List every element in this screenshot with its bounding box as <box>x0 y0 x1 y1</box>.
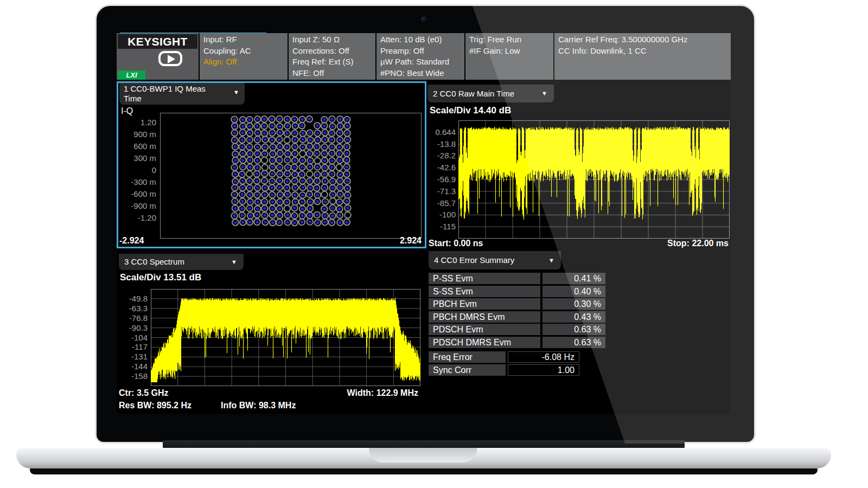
error-row-value: 1.00 <box>508 364 579 376</box>
error-row-label: Sync Corr <box>429 364 506 376</box>
iq-axis-label: I-Q <box>121 106 133 116</box>
error-row-label: PBCH DMRS Evm <box>429 311 540 323</box>
error-row-label: PDSCH DMRS Evm <box>429 337 540 348</box>
y-tick-label: -158 <box>117 371 148 382</box>
dropdown-arrow-icon[interactable]: ▼ <box>541 85 547 102</box>
iq-x-max-label: 2.924 <box>400 236 422 246</box>
window-3-title-dropdown[interactable]: 3 CC0 Spectrum ▼ <box>119 254 244 270</box>
header-setting-text: #PNO: Best Wide <box>376 68 464 79</box>
spectrum-infobw-label: Info BW: 98.3 MHz <box>221 401 296 410</box>
dropdown-arrow-icon[interactable]: ▼ <box>548 251 554 269</box>
y-tick-label: -1.20 <box>118 213 156 223</box>
header-setting-text: Trig: Free Run <box>465 34 553 46</box>
window-iq-meas-time[interactable]: 1 CC0-BWP1 IQ Meas Time ▼ I-Q -2.924 2.9… <box>117 81 426 248</box>
header-setting-text: Corrections: Off <box>289 46 375 57</box>
window-1-title-line1: 1 CC0-BWP1 IQ Meas <box>124 84 240 94</box>
error-row-value: 0.63 % <box>542 337 605 348</box>
y-tick-label: -100 <box>426 209 456 220</box>
dropdown-arrow-icon[interactable]: ▼ <box>231 254 237 270</box>
error-row-value: 0.63 % <box>542 324 605 335</box>
header-setting-text: µW Path: Standard <box>376 56 464 68</box>
keysight-logo: KEYSIGHT <box>118 34 197 49</box>
spectrum-plot[interactable] <box>151 289 420 386</box>
error-row-value: 0.41 % <box>542 273 605 284</box>
screen-annotation-icon <box>158 50 183 68</box>
spectrum-width-label: Width: 122.9 MHz <box>347 388 418 398</box>
y-tick-label: -115 <box>426 221 456 232</box>
error-row-value: -6.08 Hz <box>508 351 579 363</box>
y-tick-label: -42.6 <box>426 162 456 173</box>
y-tick-label: 600 m <box>118 141 156 152</box>
header-setting-text: Preamp: Off <box>376 46 464 57</box>
page: KEYSIGHT LXI Input: RFCoupling: ACAlign:… <box>0 0 868 488</box>
header-setting-text: CC Info: Downlink, 1 CC <box>554 46 731 57</box>
header-setting-text: Align: Off <box>200 56 288 68</box>
error-row-value: 0.30 % <box>542 298 605 310</box>
y-tick-label: 1.20 <box>118 117 156 128</box>
window-1-title-dropdown[interactable]: 1 CC0-BWP1 IQ Meas Time ▼ <box>119 83 245 105</box>
header-logo-column: KEYSIGHT LXI <box>117 33 199 80</box>
error-row-label: Freq Error <box>429 351 506 363</box>
y-tick-label: -13.8 <box>426 139 456 150</box>
laptop-lid-notch <box>369 448 477 463</box>
window-spectrum[interactable]: 3 CC0 Spectrum ▼ Scale/Div 13.51 dB Ctr:… <box>117 248 425 414</box>
iq-constellation-plot[interactable] <box>160 113 422 239</box>
y-tick-label: -56.9 <box>426 174 456 185</box>
header-setting-text: Carrier Ref Freq: 3.500000000 GHz <box>554 34 731 46</box>
analyzer-screen: KEYSIGHT LXI Input: RFCoupling: ACAlign:… <box>117 33 731 414</box>
y-tick-label: 900 m <box>118 129 156 140</box>
header-setting-text: Freq Ref: Ext (S) <box>289 56 375 68</box>
window-4-title: 4 CC0 Error Summary <box>434 255 514 265</box>
webcam-icon <box>422 17 426 22</box>
error-row-value: 0.43 % <box>542 311 605 323</box>
settings-header-bar: KEYSIGHT LXI Input: RFCoupling: ACAlign:… <box>117 33 731 80</box>
y-tick-label: -85.7 <box>426 198 456 209</box>
y-tick-label: -300 m <box>118 177 156 188</box>
y-tick-label: -900 m <box>118 201 156 211</box>
error-row-label: S-SS Evm <box>429 286 540 297</box>
window-2-title-dropdown[interactable]: 2 CC0 Raw Main Time ▼ <box>427 85 554 102</box>
dropdown-arrow-icon[interactable]: ▼ <box>233 87 239 97</box>
header-column: Trig: Free Run#IF Gain: Low <box>465 33 553 80</box>
error-row-label: PDSCH Evm <box>429 324 540 335</box>
window-error-summary[interactable]: 4 CC0 Error Summary ▼ P-SS Evm0.41 %S-SS… <box>426 248 731 414</box>
header-column: Atten: 10 dB (e0)Preamp: OffµW Path: Sta… <box>376 33 464 80</box>
iq-x-min-label: -2.924 <box>119 236 144 246</box>
y-tick-label: 0 <box>118 165 156 176</box>
header-column: Input: RFCoupling: ACAlign: Off <box>200 33 288 80</box>
spectrum-scale-per-div: Scale/Div 13.51 dB <box>120 272 201 283</box>
lxi-badge: LXI <box>118 70 145 80</box>
spectrum-center-label: Ctr: 3.5 GHz <box>119 388 169 398</box>
window-3-title: 3 CC0 Spectrum <box>124 257 184 266</box>
window-1-title-line2: Time <box>124 94 240 104</box>
header-column: Carrier Ref Freq: 3.500000000 GHzCC Info… <box>554 33 731 80</box>
error-row-label: PBCH Evm <box>429 298 540 310</box>
raw-stop-label: Stop: 22.00 ms <box>667 239 729 248</box>
header-setting-text: Input Z: 50 Ω <box>289 34 375 46</box>
header-setting-text: NFE: Off <box>289 68 375 79</box>
error-row-value: 0.40 % <box>542 286 605 297</box>
header-setting-text: Coupling: AC <box>200 46 288 57</box>
raw-start-label: Start: 0.00 ns <box>429 239 483 248</box>
raw-time-plot[interactable] <box>458 120 730 239</box>
window-4-title-dropdown[interactable]: 4 CC0 Error Summary ▼ <box>429 251 561 269</box>
y-tick-label: 300 m <box>118 153 156 164</box>
header-setting-text: Atten: 10 dB (e0) <box>376 34 464 46</box>
y-tick-label: -600 m <box>118 189 156 200</box>
error-row-label: P-SS Evm <box>429 273 540 284</box>
y-tick-label: 0.644 <box>426 127 456 138</box>
spectrum-resbw-label: Res BW: 895.2 Hz <box>119 401 192 410</box>
window-raw-main-time[interactable]: 2 CC0 Raw Main Time ▼ Scale/Div 14.40 dB… <box>426 81 731 248</box>
header-column: Input Z: 50 ΩCorrections: OffFreq Ref: E… <box>289 33 375 80</box>
raw-scale-per-div: Scale/Div 14.40 dB <box>430 105 511 116</box>
window-2-title: 2 CC0 Raw Main Time <box>433 89 514 98</box>
y-tick-label: -71.3 <box>426 186 456 197</box>
header-setting-text: Input: RF <box>200 34 288 46</box>
y-tick-label: -28.2 <box>426 150 456 161</box>
header-setting-text: #IF Gain: Low <box>465 46 553 57</box>
